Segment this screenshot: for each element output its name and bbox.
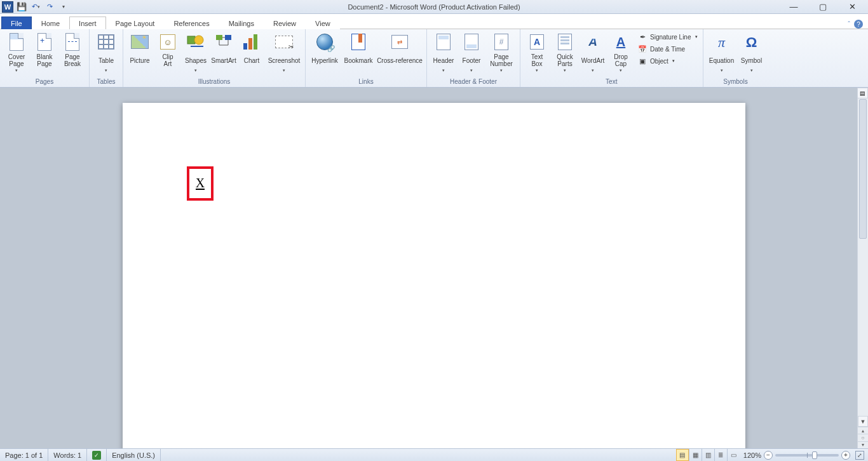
draft-view-button[interactable]: ▭	[727, 449, 740, 461]
minimize-button[interactable]: —	[785, 2, 802, 11]
cross-reference-button[interactable]: ⇄ Cross-reference	[376, 30, 424, 69]
page-break-button[interactable]: Page Break	[58, 30, 86, 69]
save-icon: 💾	[17, 2, 27, 11]
window-controls: — ▢ ✕	[785, 2, 868, 11]
group-label-links: Links	[308, 77, 424, 87]
zoom-slider[interactable]	[775, 454, 839, 457]
smartart-icon	[215, 34, 233, 50]
group-tables: Table▾ Tables	[90, 29, 123, 87]
date-time-button[interactable]: 📅Date & Time	[637, 44, 698, 54]
cover-page-icon	[10, 33, 24, 51]
tab-insert[interactable]: Insert	[69, 17, 106, 29]
hyperlink-button[interactable]: Hyperlink	[308, 30, 341, 69]
tab-file[interactable]: File	[1, 17, 32, 29]
signature-icon: ✒	[637, 32, 648, 42]
tab-view[interactable]: View	[306, 17, 340, 29]
vertical-scrollbar[interactable]: ▲ ▼ ▴ ○ ▾	[857, 88, 868, 448]
status-language[interactable]: English (U.S.)	[107, 449, 161, 461]
group-pages: Cover Page▾ Blank Page Page Break Pages	[0, 29, 90, 87]
status-bar: Page: 1 of 1 Words: 1 ✓ English (U.S.) ▤…	[0, 448, 868, 461]
shapes-button[interactable]: Shapes▾	[182, 30, 210, 74]
symbol-icon: Ω	[746, 39, 757, 46]
maximize-button[interactable]: ▢	[815, 2, 831, 11]
svg-rect-0	[187, 36, 195, 44]
quick-parts-button[interactable]: Quick Parts▾	[551, 30, 579, 74]
ribbon: Cover Page▾ Blank Page Page Break Pages …	[0, 29, 868, 88]
previous-page-button[interactable]: ▴	[858, 427, 868, 434]
ruler-toggle-button[interactable]: ▤	[857, 88, 868, 98]
outline-view-button[interactable]: ≣	[714, 449, 727, 461]
help-button[interactable]: ?	[854, 20, 863, 29]
picture-button[interactable]: Picture	[126, 30, 154, 69]
group-label-text: Text	[523, 77, 700, 87]
status-words[interactable]: Words: 1	[48, 449, 87, 461]
cover-page-button[interactable]: Cover Page▾	[3, 30, 31, 74]
zoom-in-button[interactable]: +	[841, 451, 850, 460]
page-number-button[interactable]: # Page Number▾	[485, 30, 517, 74]
zoom-out-button[interactable]: −	[764, 451, 773, 460]
tab-mailings[interactable]: Mailings	[219, 17, 264, 29]
footer-button[interactable]: Footer▾	[458, 30, 485, 74]
tab-references[interactable]: References	[164, 17, 219, 29]
document-page[interactable]: X	[123, 103, 745, 448]
redo-button[interactable]: ↷	[43, 1, 56, 13]
save-button[interactable]: 💾	[15, 1, 28, 13]
print-layout-view-button[interactable]: ▤	[676, 449, 689, 461]
qat-customize-button[interactable]: ▾	[57, 1, 70, 13]
next-page-button[interactable]: ▾	[858, 441, 868, 448]
chart-button[interactable]: Chart	[238, 30, 266, 69]
status-proofing[interactable]: ✓	[87, 449, 107, 461]
word-menu-button[interactable]: W	[1, 1, 14, 13]
redo-icon: ↷	[47, 3, 53, 11]
shapes-icon	[187, 34, 205, 50]
status-page[interactable]: Page: 1 of 1	[0, 449, 48, 461]
undo-button[interactable]: ↶▾	[29, 1, 42, 13]
window-title: Document2 - Microsoft Word (Product Acti…	[348, 3, 520, 11]
table-icon	[98, 34, 114, 50]
minimize-ribbon-button[interactable]: ˆ	[848, 20, 850, 28]
object-icon: ▣	[637, 56, 648, 66]
group-label-pages: Pages	[3, 77, 86, 87]
zoom-level[interactable]: 120%	[743, 451, 761, 459]
equation-button[interactable]: π Equation▾	[706, 30, 738, 74]
screenshot-icon	[275, 36, 293, 48]
drop-cap-icon: A	[616, 39, 625, 46]
clip-art-button[interactable]: ☺ Clip Art	[154, 30, 182, 69]
scroll-down-button[interactable]: ▼	[858, 416, 868, 427]
browse-object-button[interactable]: ○	[858, 434, 868, 441]
document-text[interactable]: X	[196, 177, 205, 190]
chart-icon	[243, 34, 260, 50]
svg-rect-2	[216, 35, 222, 40]
close-button[interactable]: ✕	[844, 2, 860, 11]
group-symbols: π Equation▾ Ω Symbol▾ Symbols	[703, 29, 768, 87]
scroll-thumb[interactable]	[859, 99, 867, 239]
blank-page-icon	[37, 33, 51, 51]
text-small-buttons: ✒Signature Line▾ 📅Date & Time ▣Object▾	[635, 30, 700, 67]
svg-point-1	[194, 36, 203, 44]
smartart-button[interactable]: SmartArt	[210, 30, 238, 69]
table-button[interactable]: Table▾	[92, 30, 120, 74]
object-button[interactable]: ▣Object▾	[637, 56, 698, 66]
screenshot-button[interactable]: Screenshot▾	[266, 30, 302, 74]
blank-page-button[interactable]: Blank Page	[31, 30, 58, 69]
customize-icon: ▾	[62, 4, 65, 10]
bookmark-button[interactable]: Bookmark	[341, 30, 376, 69]
group-text: A Text Box▾ Quick Parts▾ A WordArt▾ A Dr…	[520, 29, 703, 87]
symbol-button[interactable]: Ω Symbol▾	[738, 30, 766, 74]
tab-page-layout[interactable]: Page Layout	[106, 17, 165, 29]
signature-line-button[interactable]: ✒Signature Line▾	[637, 32, 698, 42]
web-layout-view-button[interactable]: ▥	[702, 449, 714, 461]
zoom-controls: 120% − + ⤢	[740, 451, 868, 460]
tab-review[interactable]: Review	[264, 17, 306, 29]
wordart-button[interactable]: A WordArt▾	[579, 30, 607, 74]
quick-parts-icon	[558, 34, 572, 50]
zoom-slider-thumb[interactable]	[812, 451, 817, 459]
full-screen-reading-view-button[interactable]: ▦	[689, 449, 702, 461]
text-box-button[interactable]: A Text Box▾	[523, 30, 551, 74]
zoom-fit-button[interactable]: ⤢	[855, 451, 864, 460]
clip-art-icon: ☺	[160, 34, 175, 50]
tab-home[interactable]: Home	[32, 17, 69, 29]
undo-icon: ↶	[32, 3, 37, 11]
header-button[interactable]: Header▾	[430, 30, 458, 74]
drop-cap-button[interactable]: A Drop Cap▾	[607, 30, 635, 74]
